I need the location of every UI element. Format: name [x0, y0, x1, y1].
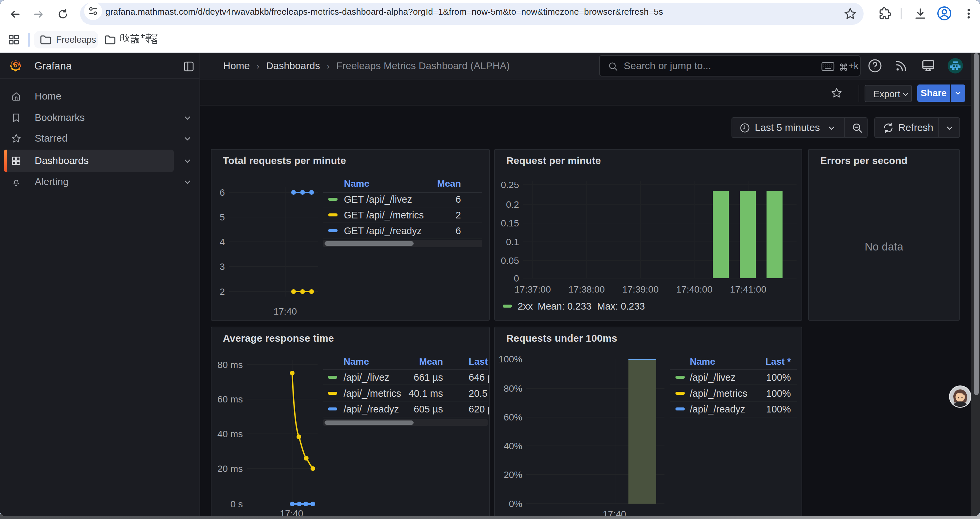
svg-text:646 µs: 646 µs	[469, 372, 489, 383]
svg-text:40 ms: 40 ms	[218, 429, 243, 439]
svg-text:/api/_/readyz: /api/_/readyz	[690, 404, 745, 414]
svg-text:0: 0	[514, 273, 519, 284]
svg-text:Name: Name	[344, 178, 369, 189]
svg-text:100%: 100%	[766, 388, 791, 399]
svg-text:620 µs: 620 µs	[469, 404, 489, 414]
svg-text:60%: 60%	[504, 412, 522, 423]
svg-text:Last *: Last *	[765, 356, 791, 367]
svg-text:17:40: 17:40	[603, 509, 626, 516]
svg-text:100%: 100%	[766, 404, 791, 414]
svg-text:17:40:00: 17:40:00	[676, 284, 713, 295]
svg-text:20.5 ms: 20.5 ms	[469, 388, 489, 399]
svg-text:20%: 20%	[504, 469, 522, 480]
svg-text:Mean: Mean	[419, 356, 443, 367]
svg-text:Name: Name	[690, 356, 715, 367]
svg-text:/api/_/metrics: /api/_/metrics	[690, 388, 747, 399]
svg-text:5: 5	[220, 212, 225, 222]
svg-text:17:37:00: 17:37:00	[515, 284, 551, 295]
svg-text:80 ms: 80 ms	[218, 360, 243, 370]
svg-text:2xx: 2xx	[518, 301, 533, 311]
svg-text:/api/_/readyz: /api/_/readyz	[344, 404, 399, 414]
svg-text:6: 6	[220, 187, 225, 198]
svg-text:GET /api/_/livez: GET /api/_/livez	[344, 194, 412, 205]
svg-text:3: 3	[220, 262, 225, 272]
svg-text:0 s: 0 s	[231, 499, 243, 509]
svg-text:GET /api/_/readyz: GET /api/_/readyz	[344, 225, 422, 236]
svg-text:6: 6	[456, 194, 461, 205]
svg-text:40.1 ms: 40.1 ms	[409, 388, 443, 399]
svg-text:605 µs: 605 µs	[414, 404, 443, 414]
svg-text:17:40: 17:40	[274, 306, 297, 316]
svg-text:17:41:00: 17:41:00	[730, 284, 767, 295]
svg-text:2: 2	[220, 287, 225, 297]
svg-text:100%: 100%	[766, 372, 791, 383]
svg-text:Last *: Last *	[469, 356, 489, 367]
svg-text:6: 6	[456, 225, 461, 236]
svg-text:20 ms: 20 ms	[218, 463, 243, 474]
svg-text:17:40: 17:40	[280, 508, 303, 516]
svg-text:GET /api/_/metrics: GET /api/_/metrics	[344, 210, 424, 220]
svg-text:40%: 40%	[504, 441, 522, 451]
svg-text:80%: 80%	[504, 383, 522, 394]
svg-text:4: 4	[220, 237, 225, 247]
svg-text:/api/_/livez: /api/_/livez	[690, 372, 735, 383]
svg-text:0.2: 0.2	[506, 200, 519, 210]
svg-text:60 ms: 60 ms	[218, 394, 243, 404]
svg-text:100%: 100%	[498, 354, 522, 364]
svg-text:17:38:00: 17:38:00	[568, 284, 605, 295]
svg-text:0%: 0%	[509, 498, 522, 509]
svg-text:0.1: 0.1	[506, 237, 519, 247]
svg-text:/api/_/livez: /api/_/livez	[344, 372, 389, 383]
svg-text:/api/_/metrics: /api/_/metrics	[344, 388, 401, 399]
svg-text:Max: 0.233: Max: 0.233	[597, 301, 645, 311]
svg-text:0.25: 0.25	[501, 180, 519, 190]
svg-text:Mean: Mean	[437, 178, 461, 189]
svg-text:2: 2	[456, 210, 461, 220]
svg-text:17:39:00: 17:39:00	[622, 284, 659, 295]
svg-text:Mean: 0.233: Mean: 0.233	[538, 301, 592, 311]
svg-text:0.05: 0.05	[501, 256, 519, 266]
svg-text:661 µs: 661 µs	[414, 372, 443, 383]
svg-text:Name: Name	[344, 356, 369, 367]
svg-text:0.15: 0.15	[501, 218, 519, 228]
